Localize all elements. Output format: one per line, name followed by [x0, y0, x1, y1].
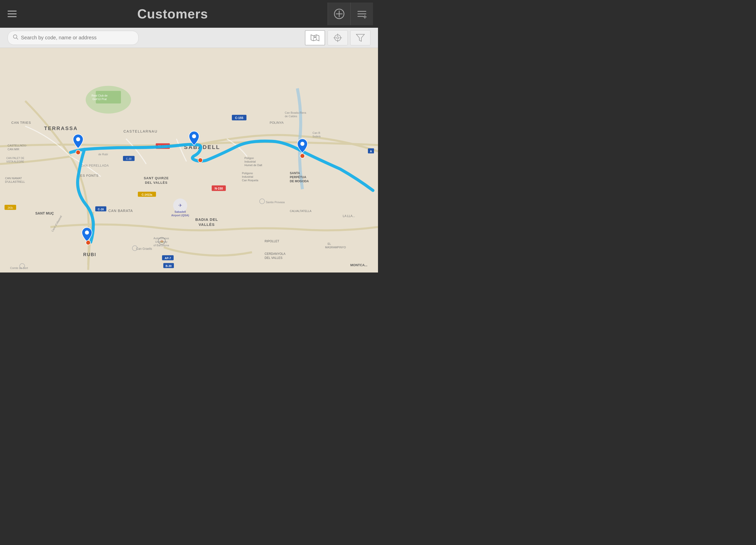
- svg-text:de Rubí: de Rubí: [98, 153, 108, 156]
- svg-point-113: [86, 240, 90, 245]
- svg-text:Autonomous: Autonomous: [153, 237, 169, 240]
- svg-text:CAN BARATA: CAN BARATA: [108, 209, 133, 213]
- svg-text:D'ULLASTRELL: D'ULLASTRELL: [5, 180, 25, 183]
- list-view-button[interactable]: [350, 3, 373, 25]
- svg-line-9: [16, 38, 18, 39]
- svg-text:Polígon: Polígon: [244, 156, 254, 159]
- svg-point-109: [198, 158, 203, 162]
- svg-point-107: [76, 150, 80, 155]
- svg-text:CAN TRIES: CAN TRIES: [11, 121, 31, 124]
- svg-text:TERRASSA: TERRASSA: [44, 125, 78, 131]
- svg-text:Real Club de: Real Club de: [91, 94, 108, 97]
- svg-text:A: A: [370, 150, 372, 153]
- svg-text:Humet de Dalt: Humet de Dalt: [244, 164, 262, 167]
- svg-point-15: [337, 37, 339, 39]
- svg-text:CAN PERELLADA: CAN PERELLADA: [81, 164, 109, 167]
- svg-text:SANT QUIRZE: SANT QUIRZE: [144, 176, 169, 180]
- svg-text:MONTCA...: MONTCA...: [350, 263, 367, 267]
- svg-text:Sabadell: Sabadell: [174, 210, 186, 213]
- svg-marker-20: [356, 34, 364, 41]
- app-header: Customers: [0, 0, 378, 28]
- svg-text:CALVALTATELLA: CALVALTATELLA: [290, 209, 311, 212]
- map-container[interactable]: TERRASSA CASTELLARNAU SABADELL SANT QUIR…: [0, 48, 378, 272]
- svg-text:of Barcelona: of Barcelona: [153, 244, 169, 247]
- svg-point-110: [300, 142, 304, 146]
- svg-text:Golf El Prat: Golf El Prat: [92, 97, 107, 101]
- svg-text:C-155: C-155: [235, 116, 243, 120]
- svg-point-112: [85, 231, 89, 235]
- hamburger-menu-button[interactable]: [5, 8, 19, 20]
- svg-text:C-30: C-30: [126, 157, 132, 160]
- svg-text:DEL VALLES: DEL VALLES: [265, 256, 282, 259]
- svg-text:Subirà: Subirà: [312, 135, 321, 138]
- svg-text:N-150: N-150: [215, 187, 223, 190]
- svg-rect-23: [96, 91, 121, 104]
- svg-point-106: [76, 137, 80, 141]
- map-view-button[interactable]: [305, 30, 325, 45]
- svg-text:CAN MIR: CAN MIR: [8, 148, 19, 151]
- svg-text:AP-7: AP-7: [165, 256, 171, 259]
- svg-text:B-30: B-30: [166, 264, 172, 267]
- svg-text:CAN PALET DE: CAN PALET DE: [6, 157, 24, 159]
- svg-text:SANT MUÇ: SANT MUÇ: [35, 211, 54, 215]
- header-left: [5, 8, 35, 20]
- svg-text:LA LLA...: LA LLA...: [343, 214, 355, 218]
- svg-text:Can Roqueta: Can Roqueta: [242, 179, 259, 182]
- svg-text:POLINYA: POLINYA: [270, 121, 284, 124]
- svg-text:VALLÈS: VALLÈS: [199, 222, 215, 226]
- svg-text:BADIA DEL: BADIA DEL: [195, 217, 218, 221]
- svg-text:MASRAMPINYO: MASRAMPINYO: [325, 246, 346, 249]
- svg-text:LES FONTS: LES FONTS: [78, 174, 99, 177]
- search-box: [8, 31, 139, 45]
- svg-point-111: [300, 154, 305, 158]
- svg-text:SANTA: SANTA: [290, 171, 300, 175]
- svg-text:CAN NIAMAT: CAN NIAMAT: [5, 177, 22, 180]
- filter-button[interactable]: [350, 30, 370, 45]
- svg-text:EL: EL: [328, 242, 331, 245]
- search-input[interactable]: [21, 35, 133, 41]
- svg-text:Industrial: Industrial: [244, 160, 256, 163]
- svg-text:Can B: Can B: [312, 131, 320, 134]
- svg-text:Can Graells: Can Graells: [136, 247, 152, 250]
- svg-text:CASTELLARNAU: CASTELLARNAU: [123, 129, 157, 133]
- page-title: Customers: [35, 6, 310, 21]
- svg-text:PERPÈTUA: PERPÈTUA: [290, 175, 306, 179]
- svg-text:Industrial: Industrial: [242, 175, 253, 178]
- svg-text:CERDANYOLA: CERDANYOLA: [265, 252, 286, 255]
- svg-text:RUBI: RUBI: [83, 252, 96, 257]
- svg-text:CASTELLNOU-: CASTELLNOU-: [8, 144, 27, 147]
- toolbar: [0, 28, 378, 48]
- svg-text:RIPOLLET: RIPOLLET: [265, 239, 279, 243]
- svg-text:Comte de Sert: Comte de Sert: [10, 266, 28, 269]
- svg-text:243c: 243c: [8, 206, 13, 209]
- add-customer-button[interactable]: [328, 3, 350, 25]
- map-svg: TERRASSA CASTELLARNAU SABADELL SANT QUIR…: [0, 48, 378, 272]
- svg-text:Can Boada-Riera: Can Boada-Riera: [285, 111, 306, 114]
- svg-text:VISTA ALEGRE: VISTA ALEGRE: [6, 160, 24, 163]
- svg-text:Polígono: Polígono: [242, 172, 253, 175]
- location-button[interactable]: [328, 30, 348, 45]
- svg-text:DEL VALLÈS: DEL VALLÈS: [145, 181, 168, 184]
- header-actions: [310, 3, 373, 25]
- svg-text:de Caldes: de Caldes: [285, 115, 297, 118]
- svg-text:Santio Provasa: Santio Provasa: [266, 201, 285, 204]
- svg-text:🏫: 🏫: [160, 240, 164, 243]
- svg-text:C-16: C-16: [98, 208, 104, 211]
- svg-text:✈: ✈: [178, 203, 182, 208]
- svg-text:C-1413a: C-1413a: [142, 193, 152, 196]
- svg-text:DE MOGODA: DE MOGODA: [290, 179, 309, 183]
- svg-text:Airport (QSA): Airport (QSA): [171, 214, 189, 217]
- search-icon: [13, 34, 18, 41]
- svg-point-108: [192, 134, 196, 138]
